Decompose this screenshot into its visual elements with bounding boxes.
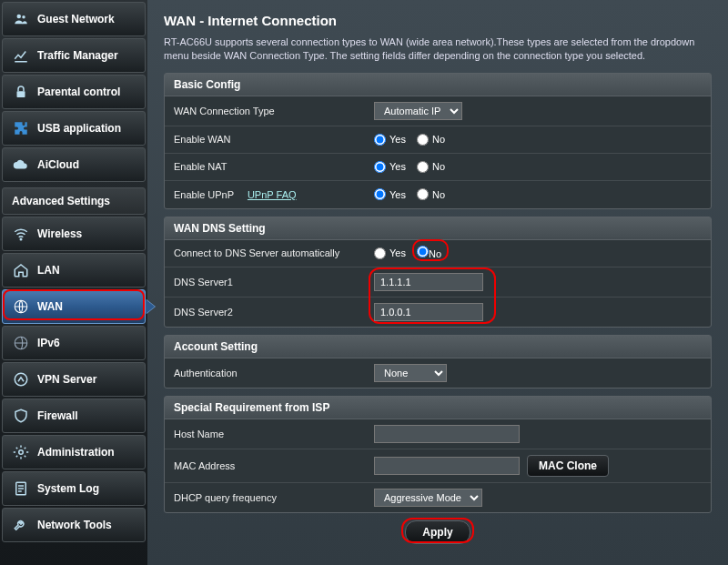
page-title: WAN - Internet Connection: [164, 13, 712, 28]
svg-rect-2: [17, 91, 25, 97]
upnp-faq-link[interactable]: UPnP FAQ: [248, 189, 297, 200]
sidebar-item-label: Network Tools: [37, 519, 112, 531]
sidebar-item-label: Administration: [37, 446, 115, 459]
sidebar-item-label: Guest Network: [37, 13, 115, 25]
mac-input[interactable]: [374, 457, 520, 475]
enable-upnp-label: Enable UPnP UPnP FAQ: [174, 189, 374, 200]
enable-upnp-yes[interactable]: [374, 188, 386, 200]
sidebar-wireless[interactable]: Wireless: [2, 217, 146, 251]
sidebar-aicloud[interactable]: AiCloud: [2, 147, 146, 182]
vpn-icon: [12, 370, 30, 388]
host-label: Host Name: [174, 429, 374, 439]
panel-header: Special Requirement from ISP: [165, 397, 711, 419]
dhcp-select[interactable]: Aggressive Mode: [374, 489, 482, 507]
apply-button[interactable]: Apply: [405, 520, 470, 544]
sidebar-item-label: Parental control: [37, 86, 120, 98]
sidebar-traffic-manager[interactable]: Traffic Manager: [2, 38, 146, 73]
sidebar-network-tools[interactable]: Network Tools: [2, 508, 146, 542]
sidebar-parental-control[interactable]: Parental control: [2, 75, 146, 109]
svg-point-7: [19, 450, 24, 455]
mac-clone-button[interactable]: MAC Clone: [527, 455, 609, 477]
enable-upnp-no[interactable]: [417, 188, 429, 200]
panel-header: Account Setting: [165, 336, 711, 358]
enable-wan-yes[interactable]: [374, 134, 386, 146]
sidebar-administration[interactable]: Administration: [2, 435, 146, 469]
dns2-label: DNS Server2: [174, 307, 374, 318]
enable-nat-yes[interactable]: [374, 161, 386, 173]
auth-select[interactable]: None: [374, 364, 447, 382]
panel-header: WAN DNS Setting: [165, 217, 711, 240]
account-panel: Account Setting Authentication None: [164, 335, 712, 388]
sidebar-item-label: Traffic Manager: [37, 49, 118, 62]
advanced-settings-header: Advanced Settings: [2, 187, 146, 215]
svg-point-6: [15, 373, 27, 386]
sidebar-item-label: IPv6: [37, 337, 60, 349]
sidebar-system-log[interactable]: System Log: [2, 471, 146, 506]
svg-point-0: [17, 15, 22, 19]
dns-panel: WAN DNS Setting Connect to DNS Server au…: [164, 217, 712, 328]
sidebar-item-label: LAN: [37, 264, 60, 277]
auth-label: Authentication: [174, 368, 374, 378]
chart-icon: [12, 46, 30, 65]
sidebar-firewall[interactable]: Firewall: [2, 399, 146, 433]
enable-wan-label: Enable WAN: [174, 134, 374, 145]
sidebar-lan[interactable]: LAN: [2, 253, 146, 288]
dns2-input[interactable]: [374, 303, 483, 321]
dns1-label: DNS Server1: [174, 277, 374, 288]
sidebar-ipv6[interactable]: IPv6: [2, 326, 146, 360]
sidebar-item-label: Firewall: [37, 409, 78, 422]
people-icon: [12, 10, 30, 28]
sidebar-item-label: USB application: [37, 122, 121, 135]
panel-header: Basic Config: [165, 74, 711, 96]
globe-v6-icon: [12, 334, 30, 352]
sidebar-item-label: AiCloud: [37, 158, 79, 171]
wifi-icon: [12, 225, 30, 243]
wrench-icon: [12, 516, 30, 534]
wan-type-label: WAN Connection Type: [174, 106, 374, 116]
shield-icon: [12, 407, 30, 425]
mac-label: MAC Address: [174, 460, 374, 471]
dhcp-label: DHCP query frequency: [174, 492, 374, 503]
main-content: WAN - Internet Connection RT-AC66U suppo…: [147, 0, 728, 565]
sidebar-item-label: VPN Server: [37, 373, 96, 386]
dns-auto-yes[interactable]: [374, 247, 386, 259]
sidebar-item-label: Wireless: [37, 227, 82, 240]
basic-config-panel: Basic Config WAN Connection Type Automat…: [164, 73, 712, 209]
sidebar-guest-network[interactable]: Guest Network: [2, 2, 146, 36]
wan-type-select[interactable]: Automatic IP: [374, 102, 462, 120]
host-input[interactable]: [374, 425, 520, 443]
sidebar-usb-application[interactable]: USB application: [2, 111, 146, 146]
sidebar: Guest Network Traffic Manager Parental c…: [0, 0, 147, 565]
dns-auto-no[interactable]: [417, 246, 429, 257]
globe-icon: [12, 298, 30, 316]
lock-icon: [12, 83, 30, 101]
isp-panel: Special Requirement from ISP Host Name M…: [164, 396, 712, 513]
home-icon: [12, 261, 30, 279]
selected-arrow-icon: [146, 299, 155, 314]
svg-point-3: [20, 238, 22, 240]
sidebar-wan[interactable]: WAN: [2, 289, 146, 324]
dns-auto-label: Connect to DNS Server automatically: [174, 247, 374, 258]
dns1-input[interactable]: [374, 273, 483, 291]
enable-nat-label: Enable NAT: [174, 161, 374, 172]
sidebar-vpn-server[interactable]: VPN Server: [2, 362, 146, 397]
puzzle-icon: [12, 119, 30, 137]
enable-wan-no[interactable]: [417, 134, 429, 146]
page-description: RT-AC66U supports several connection typ…: [164, 35, 712, 64]
sidebar-item-label: System Log: [37, 482, 99, 495]
cloud-icon: [12, 156, 30, 174]
enable-nat-no[interactable]: [417, 161, 429, 173]
sidebar-item-label: WAN: [37, 300, 63, 313]
log-icon: [12, 479, 30, 498]
gear-icon: [12, 443, 30, 461]
svg-point-1: [22, 15, 25, 18]
